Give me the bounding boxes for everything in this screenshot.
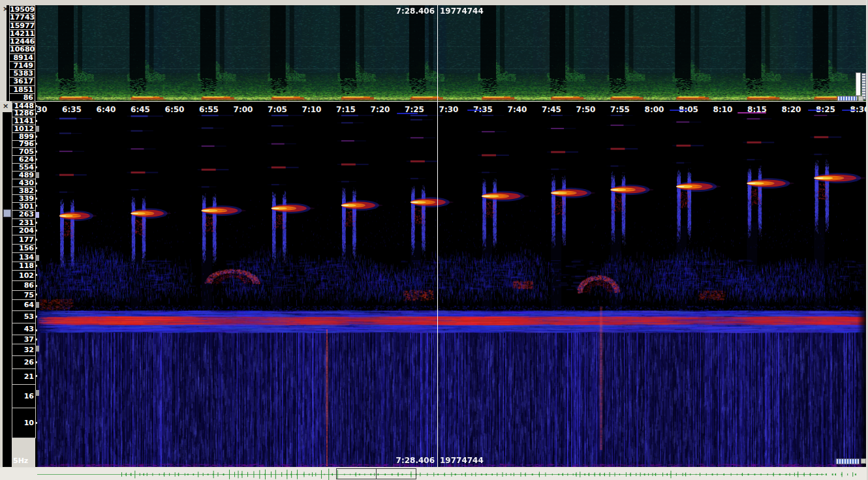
time-label: 7:10 (302, 105, 322, 114)
pane-separator (0, 101, 868, 102)
harmonic-mark (670, 110, 688, 111)
freq-tick (35, 143, 37, 145)
freq-tick (35, 205, 37, 207)
view-selection-box-2[interactable] (376, 468, 416, 479)
close-pane-button-top[interactable]: × (3, 5, 8, 12)
harmonic-mark (397, 113, 418, 114)
bottom-pane-scroll-strip[interactable] (3, 112, 12, 467)
freq-label: 156 (12, 244, 36, 253)
time-label: 6:45 (131, 105, 150, 114)
time-label: 8:10 (713, 105, 733, 114)
freq-label: 16 (12, 384, 36, 408)
time-label: 6:40 (97, 105, 116, 114)
freq-tick (35, 113, 37, 115)
freq-tick (35, 293, 37, 295)
bottom-pane-scroll-thumb[interactable] (3, 209, 11, 217)
freq-label: 64 (12, 299, 36, 311)
freq-tick (35, 166, 37, 168)
freq-tick (35, 190, 37, 192)
freq-tick (35, 198, 37, 200)
freq-tick (35, 361, 37, 363)
time-label: 6:35 (62, 105, 82, 114)
vertical-zoom-indicator (856, 72, 861, 96)
harmonic-mark (737, 112, 766, 113)
top-spectrogram-canvas[interactable] (37, 5, 866, 101)
time-label: 8:00 (645, 105, 664, 114)
freq-label: 21 (12, 368, 36, 385)
freq-tick (35, 183, 37, 185)
freq-label: 102 (12, 270, 36, 281)
freq-tick (35, 151, 37, 153)
freq-label: 10680 (9, 45, 35, 54)
bottom-spectrogram-canvas[interactable] (37, 115, 866, 467)
time-label: 7:40 (508, 105, 527, 114)
harmonic-mark (467, 110, 483, 111)
view-selection-box-1[interactable] (336, 468, 377, 479)
freq-tick (35, 422, 37, 424)
zoom-reset-button-top[interactable] (858, 96, 863, 101)
freq-tick (35, 346, 39, 352)
time-label: 7:55 (610, 105, 630, 114)
freq-label: 37 (12, 335, 36, 344)
time-label: 7:50 (576, 105, 596, 114)
freq-tick (35, 390, 39, 396)
close-pane-button-bottom[interactable]: × (3, 102, 8, 110)
playback-cursor (437, 5, 438, 467)
freq-label: 86 (12, 280, 36, 291)
horizontal-zoom-wheel-top[interactable] (837, 96, 858, 101)
time-label: 7:05 (268, 105, 287, 114)
time-label: 6:55 (199, 105, 219, 114)
freq-label: 177 (12, 235, 36, 245)
time-label: 7:15 (336, 105, 356, 114)
freq-label: 10 (12, 408, 36, 438)
freq-tick (35, 105, 37, 107)
freq-tick (35, 316, 37, 318)
freq-tick (35, 239, 37, 241)
freq-tick (35, 375, 37, 377)
freq-unit-label: 5Hz (13, 457, 28, 465)
freq-tick (35, 158, 37, 160)
freq-tick (35, 126, 39, 132)
freq-tick (35, 255, 39, 261)
freq-label: 118 (12, 262, 36, 271)
freq-tick (35, 230, 37, 232)
freq-label: 75 (12, 290, 36, 300)
freq-label: 17743 (9, 13, 35, 22)
freq-label: 86 (9, 93, 35, 102)
freq-label: 3617 (9, 77, 35, 86)
freq-tick (35, 285, 37, 287)
freq-tick (35, 302, 39, 308)
overview-waveform[interactable] (0, 468, 868, 480)
freq-tick (35, 338, 37, 340)
freq-tick (35, 247, 37, 249)
freq-tick (35, 120, 37, 122)
horizontal-zoom-wheel-bottom[interactable] (836, 458, 860, 464)
freq-label: 204 (12, 226, 36, 235)
time-label: 7:30 (439, 105, 459, 114)
freq-tick (35, 274, 37, 276)
freq-tick (35, 222, 37, 224)
freq-label: 32 (12, 344, 36, 356)
harmonic-mark (842, 110, 856, 111)
zoom-reset-button-bottom[interactable] (861, 458, 866, 464)
time-label: 7:20 (371, 105, 390, 114)
freq-tick (35, 329, 37, 331)
time-label: 7:45 (542, 105, 561, 114)
audio-analysis-window: 1950917743159771421112446106808914714953… (0, 0, 868, 480)
freq-label: 263 (12, 210, 36, 219)
freq-tick (35, 212, 39, 218)
freq-label: 26 (12, 355, 36, 369)
freq-label: 134 (12, 252, 36, 262)
freq-tick (35, 136, 37, 138)
freq-label: 53 (12, 310, 36, 323)
time-label: 6:50 (165, 105, 185, 114)
freq-label: 43 (12, 323, 36, 335)
freq-tick (35, 265, 37, 267)
time-label: 8:20 (782, 105, 801, 114)
time-label: 7:00 (234, 105, 253, 114)
harmonic-mark (808, 110, 822, 111)
freq-tick (35, 172, 39, 178)
